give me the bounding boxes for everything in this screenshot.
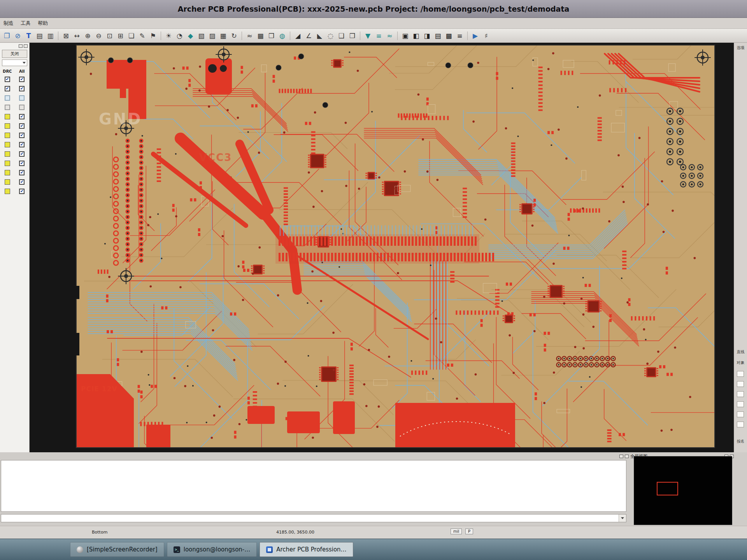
right-strip-button-1[interactable] — [737, 381, 744, 387]
layer-visible-checkbox-10[interactable]: ✔ — [19, 170, 25, 175]
layer-visible-checkbox-2[interactable] — [19, 95, 25, 101]
unit-indicator[interactable]: mil — [451, 528, 462, 534]
layer-visible-checkbox-0[interactable]: ✔ — [19, 77, 25, 82]
task-terminal[interactable]: loongson@loongson-… — [167, 542, 257, 557]
pcb-svg[interactable]: GNDVCC3PCIE 12V — [30, 43, 734, 452]
fill-icon[interactable]: ◢ — [293, 30, 303, 41]
doc-icon[interactable]: ❑ — [336, 30, 347, 41]
zoom-selection-icon[interactable]: ⊞ — [115, 30, 126, 41]
view-front-icon[interactable]: ▣ — [400, 30, 410, 41]
paste-icon[interactable]: ❐ — [2, 30, 12, 41]
layer-visible-checkbox-4[interactable]: ✔ — [19, 114, 25, 119]
layer-color-swatch-7[interactable] — [5, 142, 10, 147]
view-left-icon[interactable]: ◧ — [411, 30, 421, 41]
list-icon[interactable]: ≡ — [454, 30, 465, 41]
right-strip-tab-对象[interactable]: 对象 — [734, 360, 747, 366]
view-right-icon[interactable]: ◨ — [422, 30, 432, 41]
layer-visible-checkbox-1[interactable]: ✔ — [19, 86, 25, 91]
menu-item-制造[interactable]: 制造 — [0, 19, 17, 28]
layer-color-swatch-9[interactable] — [5, 161, 10, 166]
search-icon[interactable]: ◌ — [325, 30, 336, 41]
globe-icon[interactable]: ◍ — [277, 30, 288, 41]
right-strip-tab-选项[interactable]: 选项 — [734, 45, 747, 51]
copy-view-icon[interactable]: ❏ — [126, 30, 137, 41]
layer-set-combobox[interactable] — [2, 60, 27, 66]
layer-color-swatch-8[interactable] — [5, 151, 10, 157]
right-strip-button-4[interactable] — [737, 411, 744, 417]
task-archer[interactable]: Archer PCB Profession… — [260, 542, 353, 557]
menu-item-工具[interactable]: 工具 — [17, 19, 34, 28]
message-filter-combobox[interactable] — [1, 514, 626, 522]
layer-color-swatch-12[interactable] — [5, 189, 10, 194]
layer-visible-checkbox-9[interactable]: ✔ — [19, 161, 25, 166]
layer-color-swatch-11[interactable] — [5, 179, 10, 185]
right-strip-tab-直线[interactable]: 直线 — [734, 349, 747, 355]
brightness-icon[interactable]: ☀ — [163, 30, 174, 41]
fit-view-icon[interactable]: ⊠ — [61, 30, 71, 41]
doc-add-icon[interactable]: ❒ — [347, 30, 358, 41]
delete-icon[interactable]: ⊘ — [12, 30, 23, 41]
overview-float-icon[interactable] — [619, 455, 623, 458]
right-strip-button-3[interactable] — [737, 401, 744, 407]
pulse-icon[interactable]: ≈ — [244, 30, 255, 41]
wave-icon[interactable]: ≈ — [384, 30, 395, 41]
mode-indicator[interactable]: P — [465, 528, 473, 534]
panel-close-icon[interactable] — [24, 44, 28, 48]
title-bar[interactable]: Archer PCB Professional(PCB): xxx-2025-n… — [0, 0, 747, 18]
flag-icon[interactable]: ⚑ — [148, 30, 158, 41]
pcb-canvas[interactable]: GNDVCC3PCIE 12V — [30, 43, 734, 452]
right-strip-button-0[interactable] — [737, 371, 744, 377]
layers-icon[interactable]: ❒ — [266, 30, 277, 41]
layer-visible-checkbox-3[interactable] — [19, 105, 25, 110]
layer-color-swatch-6[interactable] — [5, 133, 10, 138]
task-simplescreenrecorder[interactable]: [SimpleScreenRecorder] — [70, 542, 164, 557]
layer-color-swatch-4[interactable] — [5, 114, 10, 119]
combobox-dropdown-button[interactable] — [619, 514, 626, 522]
panel-float-icon[interactable] — [19, 44, 23, 48]
zoom-out-icon[interactable]: ⊖ — [93, 30, 104, 41]
layer-visible-checkbox-11[interactable]: ✔ — [19, 179, 25, 185]
overview-dock-icon[interactable] — [625, 455, 629, 458]
layer-visible-checkbox-5[interactable]: ✔ — [19, 123, 25, 129]
print-preview-icon[interactable]: ▥ — [45, 30, 56, 41]
layer-visible-checkbox-7[interactable]: ✔ — [19, 142, 25, 147]
overview-minimap[interactable] — [634, 456, 732, 525]
close-button[interactable]: 关闭 — [2, 50, 27, 58]
layer-visible-checkbox-8[interactable]: ✔ — [19, 151, 25, 157]
pan-icon[interactable]: ↔ — [72, 30, 82, 41]
pointer-icon[interactable]: ▶ — [470, 30, 480, 41]
layer-visible-checkbox-12[interactable]: ✔ — [19, 189, 25, 194]
grid-icon[interactable]: ▦ — [218, 30, 228, 41]
sharp-grid-icon[interactable]: ♯ — [481, 30, 491, 41]
stackup-icon[interactable]: ≡ — [374, 30, 384, 41]
layer-color-swatch-10[interactable] — [5, 170, 10, 175]
arc-icon[interactable]: ◣ — [314, 30, 325, 41]
right-strip-tab-按名[interactable]: 按名 — [734, 439, 747, 444]
text-icon[interactable]: T — [23, 30, 34, 41]
table-icon[interactable]: ▩ — [255, 30, 266, 41]
layer-drc-checkbox-1[interactable]: ✔ — [5, 86, 10, 91]
panel-grid-icon[interactable]: ▩ — [444, 30, 454, 41]
menu-item-帮助[interactable]: 帮助 — [34, 19, 51, 28]
filter-icon[interactable]: ▼ — [363, 30, 373, 41]
zoom-in-icon[interactable]: ⊕ — [82, 30, 93, 41]
layer-visible-checkbox-6[interactable]: ✔ — [19, 133, 25, 138]
panel-icon[interactable]: ▤ — [433, 30, 443, 41]
ratsnest-icon[interactable]: ▧ — [196, 30, 207, 41]
layer-color-swatch-5[interactable] — [5, 123, 10, 129]
ratsnest-all-icon[interactable]: ▨ — [207, 30, 217, 41]
droplet-icon[interactable]: ◆ — [185, 30, 196, 41]
right-strip-button-5[interactable] — [737, 422, 744, 427]
clock-icon[interactable]: ◔ — [174, 30, 185, 41]
layer-drc-checkbox-3[interactable] — [5, 105, 10, 110]
message-log-panel[interactable] — [1, 460, 626, 512]
minimap-viewport[interactable] — [657, 482, 678, 495]
layer-drc-checkbox-2[interactable] — [5, 95, 10, 101]
right-strip-button-2[interactable] — [737, 391, 744, 397]
layer-drc-checkbox-0[interactable]: ✔ — [5, 77, 10, 82]
rotate-icon[interactable]: ↻ — [229, 30, 239, 41]
angle-icon[interactable]: ∠ — [303, 30, 314, 41]
print-icon[interactable]: ▤ — [34, 30, 45, 41]
edit-icon[interactable]: ✎ — [137, 30, 147, 41]
zoom-window-icon[interactable]: ⊡ — [104, 30, 115, 41]
